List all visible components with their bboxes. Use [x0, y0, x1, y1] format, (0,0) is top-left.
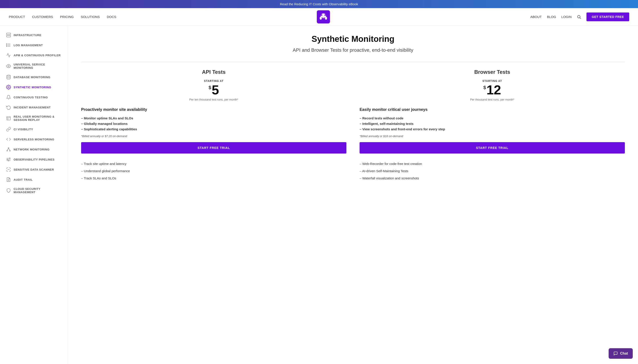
list-item: View screenshots and front-end errors fo…: [360, 126, 625, 132]
sidebar-item-log-management[interactable]: LOG MANAGEMENT: [0, 40, 68, 50]
svg-point-15: [6, 44, 7, 44]
pricing-col-api: API Tests STARTING AT $ 5 Per ten thousa…: [81, 69, 347, 182]
sidebar-item-database[interactable]: DATABASE MONITORING: [0, 72, 68, 82]
browser-price-note: Per thousand test runs, per month*: [360, 98, 625, 101]
svg-point-31: [8, 160, 9, 161]
svg-line-27: [7, 148, 9, 150]
svg-rect-21: [7, 116, 11, 120]
bell-icon: [6, 95, 11, 100]
sidebar: INFRASTRUCTURE LOG MANAGEMENT APM & CONT…: [0, 26, 68, 364]
sidebar-item-label: INCIDENT MANAGEMENT: [14, 106, 51, 109]
network-icon: [6, 147, 11, 152]
list-item: Record tests without code: [360, 116, 625, 121]
divider: [81, 62, 625, 62]
sidebar-item-infrastructure[interactable]: INFRASTRUCTURE: [0, 30, 68, 40]
browser-currency: $: [483, 85, 486, 90]
nav-link-product[interactable]: PRODUCT: [9, 15, 25, 18]
svg-point-25: [7, 150, 8, 151]
svg-point-6: [577, 15, 580, 18]
search-icon[interactable]: [577, 15, 581, 19]
eye-icon: [6, 64, 11, 68]
browser-billing-note: *Billed annually or $18 on-demand: [360, 134, 625, 138]
sidebar-item-label: APM & CONTINUOUS PROFILER: [14, 54, 61, 57]
api-feature-list: Monitor uptime SLAs and SLOs Globally ma…: [81, 116, 347, 132]
sidebar-item-network[interactable]: NETWORK MONITORING: [0, 144, 68, 154]
api-currency: $: [208, 85, 211, 90]
sidebar-item-cloud-security[interactable]: CLOUD SECURITY MANAGEMENT: [0, 185, 68, 196]
sidebar-item-label: LOG MANAGEMENT: [14, 44, 43, 47]
nav-link-solutions[interactable]: SOLUTIONS: [81, 15, 100, 18]
sidebar-item-observability[interactable]: OBSERVABILITY PIPELINES: [0, 154, 68, 164]
api-feature-heading: Proactively monitor site availability: [81, 107, 347, 112]
chat-icon: [613, 351, 618, 356]
browser-trial-button[interactable]: START FREE TRIAL: [360, 142, 625, 154]
sidebar-item-label: DATABASE MONITORING: [14, 76, 51, 79]
sidebar-item-ci[interactable]: CI VISIBILITY: [0, 124, 68, 134]
browser-price-display: $ 12: [360, 84, 625, 96]
nav-link-login[interactable]: LOGIN: [561, 15, 571, 18]
sidebar-item-label: INFRASTRUCTURE: [14, 34, 42, 37]
get-started-button[interactable]: GET STARTED FREE: [586, 12, 629, 21]
svg-line-7: [580, 18, 581, 18]
list-item: AI-driven Self-Maintaining Tests: [360, 167, 625, 174]
top-banner: Read the Reducing IT Costs with Observab…: [0, 0, 638, 8]
pricing-grid: API Tests STARTING AT $ 5 Per ten thousa…: [81, 69, 625, 182]
nav-link-blog[interactable]: BLOG: [547, 15, 556, 18]
navbar: PRODUCT CUSTOMERS PRICING SOLUTIONS DOCS…: [0, 8, 638, 26]
svg-point-24: [8, 148, 9, 148]
list-item: Track SLAs and SLOs: [81, 174, 347, 182]
nav-left: PRODUCT CUSTOMERS PRICING SOLUTIONS DOCS: [9, 15, 116, 18]
svg-point-30: [10, 158, 10, 159]
gear-icon: [6, 85, 11, 90]
sidebar-item-label: NETWORK MONITORING: [14, 148, 50, 151]
list-item: Waterfall visualization and screenshots: [360, 174, 625, 182]
api-trial-button[interactable]: START FREE TRIAL: [81, 142, 347, 154]
nav-right: ABOUT BLOG LOGIN GET STARTED FREE: [530, 12, 629, 21]
svg-point-17: [6, 46, 7, 47]
sidebar-item-label: CONTINUOUS TESTING: [14, 96, 48, 99]
svg-rect-9: [7, 36, 11, 37]
nav-link-about[interactable]: ABOUT: [530, 15, 542, 18]
page-subtitle: API and Browser Tests for proactive, end…: [81, 47, 625, 53]
sidebar-item-rum[interactable]: REAL USER MONITORING & SESSION REPLAY: [0, 112, 68, 124]
svg-point-26: [10, 150, 11, 151]
sidebar-item-incident[interactable]: INCIDENT MANAGEMENT: [0, 102, 68, 112]
frame-icon: [6, 116, 11, 121]
server-icon: [6, 33, 11, 38]
database-icon: [6, 75, 11, 80]
svg-point-16: [6, 45, 7, 46]
reload-icon: [6, 105, 11, 110]
layout: INFRASTRUCTURE LOG MANAGEMENT APM & CONT…: [0, 26, 638, 364]
list-item: Sophisticated alerting capabilities: [81, 126, 347, 132]
sidebar-item-synthetic[interactable]: SYNTHETIC MONITORING: [0, 82, 68, 92]
sidebar-item-sensitive[interactable]: SENSITIVE DATA SCANNER: [0, 164, 68, 174]
api-price: 5: [212, 84, 219, 96]
nav-link-customers[interactable]: CUSTOMERS: [32, 15, 53, 18]
nav-link-pricing[interactable]: PRICING: [60, 15, 74, 18]
sidebar-item-universal-service[interactable]: UNIVERSAL SERVICE MONITORING: [0, 60, 68, 72]
list-item: Monitor uptime SLAs and SLOs: [81, 116, 347, 121]
sidebar-item-label: SERVERLESS MONITORING: [14, 138, 54, 141]
link-icon: [6, 127, 11, 132]
chat-button[interactable]: Chat: [609, 348, 633, 359]
browser-extra-features: Web-Recorder for code-free test creation…: [360, 160, 625, 182]
svg-point-20: [8, 86, 9, 88]
sidebar-item-continuous-testing[interactable]: CONTINUOUS TESTING: [0, 92, 68, 102]
sidebar-item-label: CI VISIBILITY: [14, 128, 33, 131]
sidebar-item-serverless[interactable]: SERVERLESS MONITORING: [0, 134, 68, 144]
browser-feature-heading: Easily monitor critical user journeys: [360, 107, 625, 112]
svg-rect-8: [7, 33, 11, 34]
svg-point-3: [325, 14, 326, 16]
api-billing-note: *Billed annually or $7.20 on-demand: [81, 134, 347, 138]
svg-point-29: [7, 159, 8, 160]
api-extra-features: Track site uptime and latency Understand…: [81, 160, 347, 182]
nav-link-docs[interactable]: DOCS: [107, 15, 116, 18]
list-item: Intelligent, self-maintaining tests: [360, 121, 625, 126]
sidebar-item-label: CLOUD SECURITY MANAGEMENT: [14, 187, 62, 194]
list-item: Globally managed locations: [81, 121, 347, 126]
sidebar-item-apm[interactable]: APM & CONTINUOUS PROFILER: [0, 50, 68, 60]
browser-starting-at: STARTING AT: [360, 80, 625, 82]
logo[interactable]: [317, 10, 330, 24]
api-price-display: $ 5: [81, 84, 347, 96]
sidebar-item-audit[interactable]: AUDIT TRAIL: [0, 174, 68, 185]
